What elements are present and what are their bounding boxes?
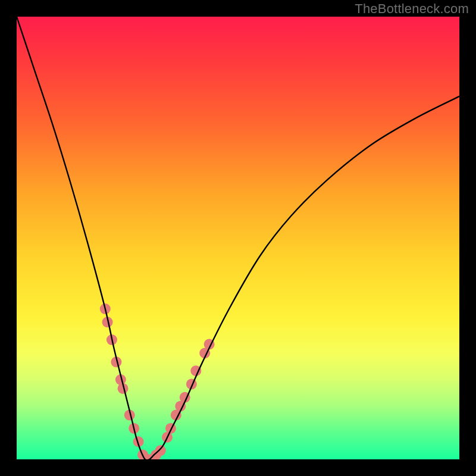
chart-frame: TheBottleneck.com (0, 0, 476, 476)
bottleneck-curve (17, 17, 459, 459)
highlight-dots (100, 303, 215, 459)
chart-svg (17, 17, 459, 459)
highlight-dot (155, 445, 166, 456)
watermark-text: TheBottleneck.com (355, 1, 469, 17)
highlight-dot (165, 423, 176, 434)
plot-area (17, 17, 459, 459)
